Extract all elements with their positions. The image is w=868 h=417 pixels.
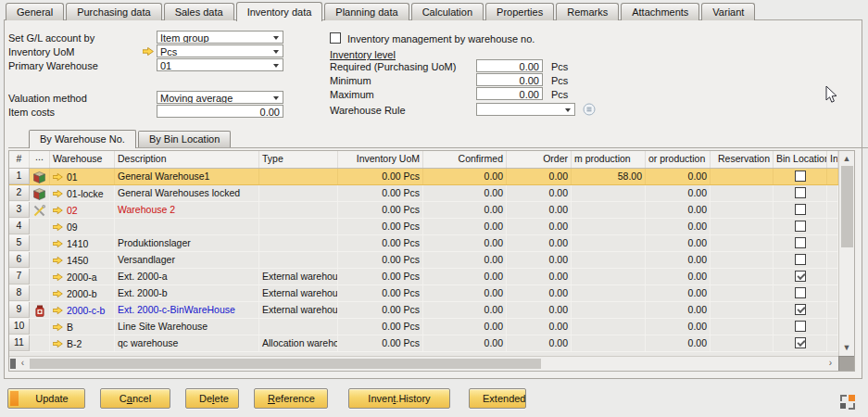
window-resize-grip-icon[interactable] [838, 393, 857, 411]
bin-location-checkbox[interactable] [795, 254, 806, 265]
row-number[interactable]: 11 [9, 335, 30, 351]
row-number[interactable]: 9 [9, 302, 30, 318]
col-header-inventory[interactable]: Inven [827, 151, 838, 168]
tab-attachments[interactable]: Attachments [621, 3, 699, 20]
link-arrow-icon[interactable] [53, 207, 63, 214]
bin-location-checkbox[interactable] [795, 171, 806, 182]
table-row[interactable]: 11 B-2 qc warehouse Allocation wareho 0.… [9, 335, 838, 352]
bin-location-checkbox[interactable] [795, 321, 806, 332]
link-arrow-icon[interactable] [53, 240, 63, 247]
maximum-input[interactable]: 0.00 [476, 87, 543, 100]
extended-button[interactable]: Extended [469, 388, 526, 409]
col-header-status-icon[interactable]: ... [30, 151, 50, 168]
link-arrow-icon[interactable] [53, 223, 63, 231]
row-number[interactable]: 3 [9, 202, 30, 218]
link-arrow-icon[interactable] [53, 273, 63, 281]
confirmed-cell: 0.00 [423, 169, 507, 184]
table-row[interactable]: 6 1450 Versandlager 0.00 Pcs 0.00 0.00 0… [9, 252, 838, 269]
col-header-confirmed[interactable]: Confirmed [423, 151, 507, 168]
subtab-by-bin-location[interactable]: By Bin Location [138, 131, 231, 147]
table-row[interactable]: 9 2000-c-b Ext. 2000-c-BinWareHouse Exte… [9, 302, 838, 319]
col-header-bin-location[interactable]: Bin Location [774, 151, 827, 168]
cancel-button[interactable]: Cancel [100, 388, 170, 409]
link-arrow-icon[interactable] [53, 290, 63, 297]
inventory-history-button[interactable]: Invent.History [348, 388, 450, 409]
tab-calculation[interactable]: Calculation [411, 3, 484, 20]
row-number[interactable]: 5 [9, 235, 30, 251]
row-number[interactable]: 7 [9, 269, 30, 284]
reference-button[interactable]: Reference [254, 388, 328, 409]
row-number[interactable]: 6 [9, 252, 30, 268]
bin-location-checkbox[interactable] [795, 271, 806, 282]
table-row[interactable]: 8 2000-b Ext. 2000-b External warehous 0… [9, 285, 838, 302]
bin-location-checkbox[interactable] [795, 187, 806, 198]
row-number[interactable]: 8 [9, 285, 30, 301]
tab-properties[interactable]: Properties [485, 3, 554, 20]
table-row[interactable]: 1 01 General Warehouse1 0.00 Pcs 0.00 0.… [9, 169, 838, 185]
item-costs-input[interactable]: 0.00 [157, 105, 283, 118]
col-header-warehouse[interactable]: Warehouse [50, 151, 115, 168]
col-header-ordered[interactable]: Order [507, 151, 572, 168]
inventory-uom-dropdown[interactable]: Pcs [157, 44, 283, 57]
valuation-method-dropdown[interactable]: Moving average [157, 91, 283, 104]
bin-location-checkbox[interactable] [795, 287, 806, 298]
bin-location-checkbox[interactable] [795, 237, 806, 248]
scroll-up-button[interactable]: ▲ [839, 152, 854, 165]
horizontal-scrollbar[interactable]: ‹ › [9, 356, 838, 371]
vertical-scrollbar-thumb[interactable] [841, 166, 853, 247]
link-arrow-icon[interactable] [53, 323, 63, 331]
bin-location-checkbox[interactable] [795, 221, 806, 232]
table-row[interactable]: 4 09 0.00 Pcs 0.00 0.00 0.00 [9, 219, 838, 235]
update-button[interactable]: Update [7, 388, 85, 409]
set-gl-account-dropdown[interactable]: Item group [157, 31, 283, 44]
delete-button[interactable]: Delete [185, 388, 239, 409]
link-arrow-icon[interactable] [53, 307, 63, 314]
link-arrow-icon[interactable] [53, 173, 63, 181]
link-arrow-icon[interactable] [143, 47, 154, 56]
tab-planning-data[interactable]: Planning data [324, 3, 409, 20]
link-arrow-icon[interactable] [53, 190, 63, 197]
warehouse-rule-dropdown[interactable] [476, 103, 575, 116]
col-header-reservation[interactable]: Reservation [711, 151, 774, 168]
required-label: Required (Purchasing UoM) [330, 61, 456, 72]
col-header-for-production[interactable]: or production [646, 151, 711, 168]
scroll-right-button[interactable]: › [824, 357, 837, 371]
vertical-scrollbar[interactable]: ▲ ▼ [838, 151, 854, 356]
col-header-row-number[interactable]: # [9, 151, 30, 168]
bin-location-checkbox[interactable] [795, 304, 806, 315]
link-arrow-icon[interactable] [53, 340, 63, 348]
table-row[interactable]: 10 B Line Site Warehouse 0.00 Pcs 0.00 0… [9, 319, 838, 335]
table-row[interactable]: 5 1410 Produktionslager 0.00 Pcs 0.00 0.… [9, 235, 838, 252]
tab-remarks[interactable]: Remarks [556, 3, 619, 20]
in-production-cell [572, 219, 646, 234]
col-header-inventory-uom[interactable]: Inventory UoM [338, 151, 423, 168]
table-row[interactable]: 2 01-locke General Warehouses locked 0.0… [9, 185, 838, 202]
tab-sales-data[interactable]: Sales data [164, 3, 234, 20]
col-header-type[interactable]: Type [259, 151, 338, 168]
table-row[interactable]: 7 2000-a Ext. 2000-a External warehous 0… [9, 269, 838, 285]
horizontal-scrollbar-thumb[interactable] [30, 359, 541, 369]
bin-location-checkbox[interactable] [795, 337, 806, 348]
minimum-input[interactable]: 0.00 [476, 73, 543, 86]
row-number[interactable]: 1 [9, 169, 30, 184]
pane-splitter-handle[interactable] [10, 359, 16, 369]
scroll-left-button[interactable]: ‹ [17, 357, 29, 371]
row-number[interactable]: 2 [9, 185, 30, 201]
tab-inventory-data[interactable]: Inventory data [236, 2, 323, 21]
required-input[interactable]: 0.00 [476, 59, 543, 72]
primary-warehouse-dropdown[interactable]: 01 [157, 58, 283, 71]
row-number[interactable]: 10 [9, 319, 30, 335]
col-header-in-production[interactable]: m production [572, 151, 646, 168]
tab-purchasing-data[interactable]: Purchasing data [66, 3, 162, 20]
link-arrow-icon[interactable] [53, 257, 63, 264]
row-number[interactable]: 4 [9, 219, 30, 234]
scroll-down-button[interactable]: ▼ [839, 341, 854, 354]
table-row[interactable]: 3 02 Warehouse 2 0.00 Pcs 0.00 0.00 0.00 [9, 202, 838, 219]
tab-variant[interactable]: Variant [701, 3, 755, 20]
subtab-by-warehouse-no[interactable]: By Warehouse No. [29, 130, 136, 148]
bin-location-checkbox[interactable] [795, 204, 806, 215]
choose-from-list-icon[interactable] [583, 103, 596, 116]
inventory-mgmt-by-warehouse-checkbox[interactable] [330, 32, 341, 44]
tab-general[interactable]: General [6, 3, 64, 20]
col-header-description[interactable]: Description [115, 151, 259, 168]
